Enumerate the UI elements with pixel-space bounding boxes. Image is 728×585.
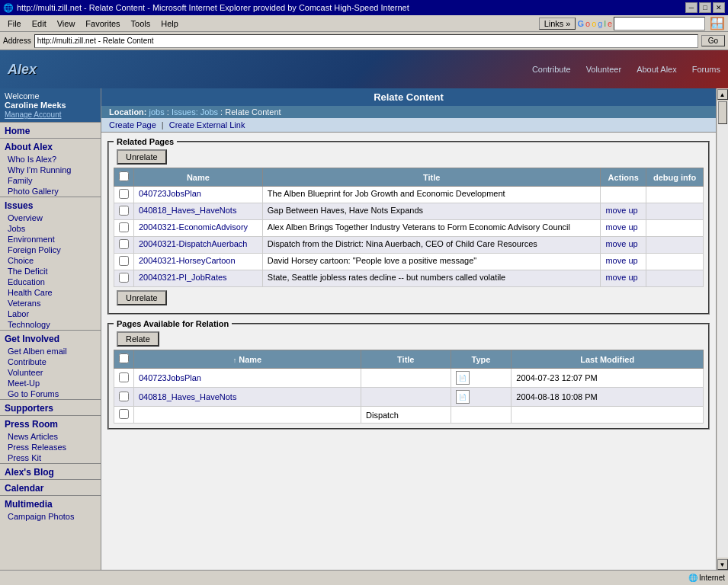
google-search-input[interactable]	[614, 17, 705, 30]
sidebar-link-veterans[interactable]: Veterans	[0, 298, 101, 308]
sidebar-link-foreign-policy[interactable]: Foreign Policy	[0, 245, 101, 255]
sidebar-link-news-articles[interactable]: News Articles	[0, 431, 101, 442]
select-all-checkbox[interactable]	[119, 171, 129, 181]
move-up-link[interactable]: move up	[605, 239, 637, 248]
available-pages-table: ↑Name Title Type Last Modified 040723Job…	[114, 350, 704, 424]
nav-volunteer[interactable]: Volunteer	[586, 65, 621, 74]
row-name-link[interactable]: 20040321-HorseyCartoon	[139, 256, 236, 265]
nav-contribute[interactable]: Contribute	[532, 65, 571, 74]
sidebar-link-choice[interactable]: Choice	[0, 255, 101, 266]
sidebar-link-volunteer[interactable]: Volunteer	[0, 367, 101, 378]
sidebar-link-get-email[interactable]: Get Alben email	[0, 346, 101, 356]
sidebar-section-multimedia[interactable]: Multimedia	[0, 495, 101, 511]
sidebar-link-photo-gallery[interactable]: Photo Gallery	[0, 186, 101, 197]
manage-account-link[interactable]: Manage Account	[5, 110, 62, 119]
menu-favorites[interactable]: Favorites	[81, 18, 124, 30]
avail-checkbox[interactable]	[119, 392, 129, 401]
scroll-down-button[interactable]: ▼	[717, 559, 728, 570]
sidebar-item-home[interactable]: Home	[0, 122, 101, 138]
unrelate-button-top[interactable]: Unrelate	[117, 149, 167, 165]
sidebar-section-blog[interactable]: Alex's Blog	[0, 463, 101, 479]
sidebar-section-issues[interactable]: Issues	[0, 197, 101, 213]
unrelate-button-bottom[interactable]: Unrelate	[117, 290, 167, 305]
breadcrumb-jobs[interactable]: jobs	[149, 107, 165, 117]
row-checkbox[interactable]	[119, 222, 129, 232]
sidebar-link-press-releases[interactable]: Press Releases	[0, 442, 101, 452]
avail-name-link[interactable]: 040723JobsPlan	[139, 373, 201, 382]
sidebar-link-jobs[interactable]: Jobs	[0, 223, 101, 234]
menu-edit[interactable]: Edit	[27, 18, 51, 30]
menu-help[interactable]: Help	[156, 18, 183, 30]
avail-col-last-modified: Last Modified	[512, 350, 704, 369]
related-pages-table: Name Title Actions debug info 040723Jobs…	[114, 168, 704, 287]
sidebar-link-labor[interactable]: Labor	[0, 308, 101, 319]
avail-select-all[interactable]	[119, 353, 129, 363]
sidebar-link-contribute[interactable]: Contribute	[0, 356, 101, 367]
internet-icon: 🌐	[688, 574, 698, 582]
menu-view[interactable]: View	[53, 18, 80, 30]
sidebar-section-calendar[interactable]: Calendar	[0, 479, 101, 495]
avail-checkbox[interactable]	[119, 372, 129, 382]
sidebar-section-get-involved[interactable]: Get Involved	[0, 330, 101, 346]
row-checkbox[interactable]	[119, 239, 129, 249]
move-up-link[interactable]: move up	[605, 273, 637, 282]
row-name-link[interactable]: 040818_Haves_HaveNots	[139, 206, 236, 215]
sort-icon[interactable]: ↑	[233, 356, 237, 364]
row-checkbox[interactable]	[119, 273, 129, 283]
sidebar-section-press-room[interactable]: Press Room	[0, 415, 101, 431]
row-checkbox-cell	[114, 270, 134, 287]
table-row: 20040321-EconomicAdvisory Alex Alben Bri…	[114, 220, 704, 237]
sidebar-link-campaign-photos[interactable]: Campaign Photos	[0, 511, 101, 522]
sidebar-link-forums[interactable]: Go to Forums	[0, 388, 101, 399]
sidebar-link-press-kit[interactable]: Press Kit	[0, 452, 101, 463]
sidebar-link-meetup[interactable]: Meet-Up	[0, 378, 101, 388]
move-up-link[interactable]: move up	[605, 222, 637, 232]
sidebar-link-why-running[interactable]: Why I'm Running	[0, 165, 101, 175]
sidebar-section-about-alex[interactable]: About Alex	[0, 138, 101, 154]
avail-type-cell	[451, 407, 512, 424]
breadcrumb-text: Location: jobs : Issues: Jobs : Relate C…	[109, 107, 281, 117]
scrollbar[interactable]: ▲ ▼	[716, 88, 728, 570]
relate-button[interactable]: Relate	[117, 331, 159, 347]
menu-file[interactable]: File	[3, 18, 26, 30]
links-button[interactable]: Links »	[539, 18, 576, 30]
create-external-link[interactable]: Create External Link	[169, 120, 245, 129]
row-checkbox[interactable]	[119, 256, 129, 266]
col-title: Title	[262, 168, 601, 187]
avail-name-link[interactable]: 040818_Haves_HaveNots	[139, 392, 236, 401]
row-checkbox[interactable]	[119, 189, 129, 199]
close-button[interactable]: ✕	[713, 2, 725, 13]
sidebar-link-family[interactable]: Family	[0, 175, 101, 186]
nav-forums[interactable]: Forums	[692, 65, 720, 74]
sidebar-link-overview[interactable]: Overview	[0, 213, 101, 223]
row-name-link[interactable]: 040723JobsPlan	[139, 189, 201, 198]
move-up-link[interactable]: move up	[605, 256, 637, 265]
address-input[interactable]	[34, 34, 698, 48]
sidebar-link-deficit[interactable]: The Deficit	[0, 266, 101, 277]
sidebar-section-supporters[interactable]: Supporters	[0, 399, 101, 415]
avail-checkbox-cell	[114, 388, 134, 407]
nav-about-alex[interactable]: About Alex	[637, 65, 677, 74]
row-checkbox[interactable]	[119, 206, 129, 216]
go-button[interactable]: Go	[701, 35, 725, 46]
scroll-thumb[interactable]	[718, 101, 727, 124]
minimize-button[interactable]: ─	[685, 2, 698, 13]
menu-tools[interactable]: Tools	[127, 18, 156, 30]
address-label: Address	[3, 37, 31, 45]
maximize-button[interactable]: □	[699, 2, 711, 13]
avail-checkbox[interactable]	[119, 409, 129, 419]
sidebar-link-education[interactable]: Education	[0, 277, 101, 287]
scroll-up-button[interactable]: ▲	[717, 89, 728, 100]
row-checkbox-cell	[114, 254, 134, 270]
create-page-link[interactable]: Create Page	[109, 120, 156, 129]
sidebar-link-who-is-alex[interactable]: Who Is Alex?	[0, 154, 101, 165]
row-name-link[interactable]: 20040321-DispatchAuerbach	[139, 239, 248, 248]
breadcrumb-issues-jobs[interactable]: Issues: Jobs	[172, 107, 218, 117]
sidebar-link-technology[interactable]: Technology	[0, 319, 101, 330]
sidebar-link-environment[interactable]: Environment	[0, 234, 101, 245]
sidebar-link-healthcare[interactable]: Health Care	[0, 287, 101, 298]
move-up-link[interactable]: move up	[605, 206, 637, 215]
row-name-link[interactable]: 20040321-EconomicAdvisory	[139, 222, 248, 232]
row-debug-cell	[646, 237, 704, 254]
row-name-link[interactable]: 20040321-PI_JobRates	[139, 273, 227, 282]
